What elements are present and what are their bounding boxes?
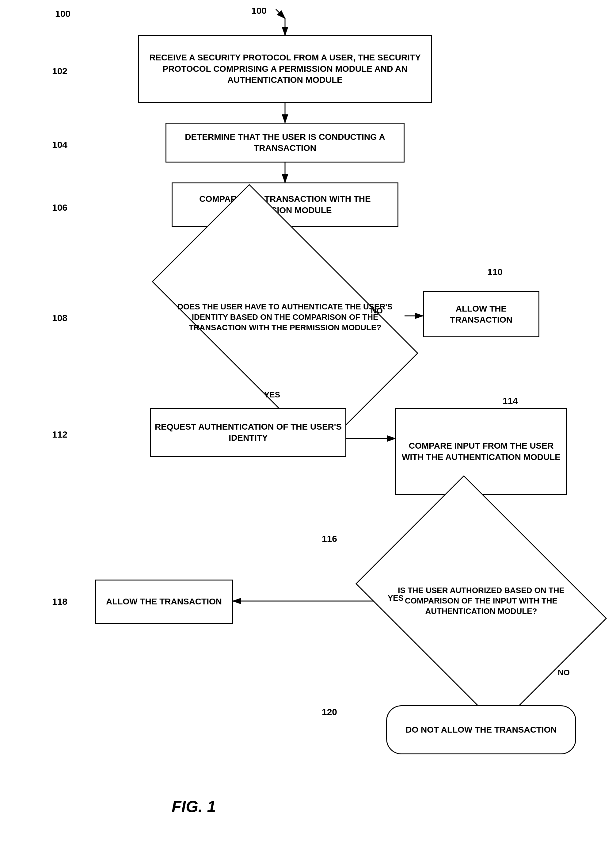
arrow-yes-1: YES: [264, 390, 280, 400]
label-106: 106: [52, 202, 68, 213]
label-118: 118: [52, 596, 68, 607]
label-112: 112: [52, 429, 68, 440]
label-100: 100: [55, 9, 71, 19]
box-112: REQUEST AUTHENTICATION OF THE USER'S IDE…: [150, 408, 346, 457]
box-120: DO NOT ALLOW THE TRANSACTION: [386, 705, 576, 754]
box-110: ALLOW THE TRANSACTION: [423, 292, 539, 337]
diamond-116: IS THE USER AUTHORIZED BASED ON THE COMP…: [380, 525, 582, 678]
diagram-container: 100 100 RECEIVE A SECURITY PROTOCOL FROM…: [0, 0, 616, 862]
label-116: 116: [322, 534, 337, 544]
box-104: DETERMINE THAT THE USER IS CONDUCTING A …: [165, 123, 405, 162]
fig-label: FIG. 1: [171, 797, 216, 816]
box-114: COMPARE INPUT FROM THE USER WITH THE AUT…: [395, 408, 567, 495]
box-118: ALLOW THE TRANSACTION: [95, 580, 233, 624]
label-110: 110: [487, 267, 503, 277]
label-108: 108: [52, 313, 68, 323]
box-102: RECEIVE A SECURITY PROTOCOL FROM A USER,…: [138, 35, 432, 103]
ref-100: 100: [251, 6, 267, 16]
label-114: 114: [503, 396, 518, 406]
label-102: 102: [52, 66, 68, 76]
arrow-no-2: NO: [558, 668, 570, 678]
label-104: 104: [52, 140, 68, 150]
label-120: 120: [322, 707, 337, 717]
diamond-108: DOES THE USER HAVE TO AUTHENTICATE THE U…: [165, 248, 405, 386]
